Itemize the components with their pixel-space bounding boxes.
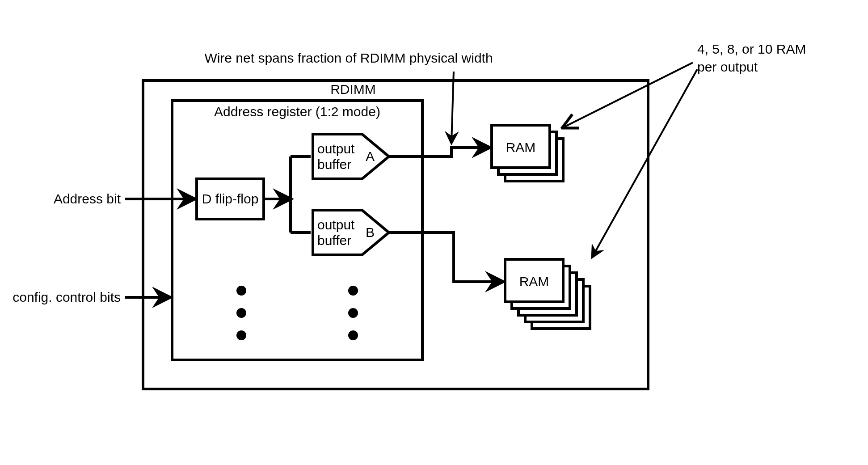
output-buffer-b-tag: B	[366, 225, 375, 240]
output-buffer-b-line2: buffer	[317, 233, 351, 248]
svg-text:4, 5, 8, or 10 RAM: 4, 5, 8, or 10 RAM	[697, 42, 806, 56]
rdimm-diagram: RDIMM Address register (1:2 mode) D flip…	[0, 0, 868, 465]
ram-stack-b	[505, 259, 590, 329]
ram-b-label: RAM	[519, 274, 549, 289]
arrow-ram-count-2	[592, 69, 697, 257]
output-buffer-b	[313, 210, 389, 255]
arrow-wire-net	[451, 72, 454, 143]
svg-text:per output: per output	[697, 59, 758, 74]
label-address-bit: Address bit	[54, 191, 121, 206]
output-buffer-a	[313, 134, 389, 179]
output-buffer-a-tag: A	[366, 149, 375, 164]
svg-point-5	[348, 330, 358, 340]
svg-point-4	[348, 308, 358, 318]
wire-a-to-ram	[389, 148, 489, 156]
address-register-title: Address register (1:2 mode)	[214, 104, 380, 119]
wire-b-to-ram	[389, 232, 503, 282]
svg-point-0	[236, 286, 246, 296]
ellipsis-dots-right	[348, 286, 358, 340]
annotation-wire-net: Wire net spans fraction of RDIMM physica…	[204, 51, 493, 65]
arrow-ram-count-1	[563, 63, 693, 127]
d-flipflop-label: D flip-flop	[202, 191, 259, 206]
svg-point-2	[236, 330, 246, 340]
ram-a-label: RAM	[506, 140, 536, 155]
output-buffer-b-line1: output	[317, 217, 355, 232]
output-buffer-a-line2: buffer	[317, 157, 351, 172]
rdimm-box	[143, 80, 648, 389]
label-config-bits: config. control bits	[13, 290, 121, 304]
ellipsis-dots-left	[236, 286, 246, 340]
annotation-ram-count: 4, 5, 8, or 10 RAM per output	[697, 42, 806, 74]
output-buffer-a-line1: output	[317, 141, 355, 156]
svg-point-3	[348, 286, 358, 296]
rdimm-title: RDIMM	[330, 82, 376, 97]
svg-point-1	[236, 308, 246, 318]
